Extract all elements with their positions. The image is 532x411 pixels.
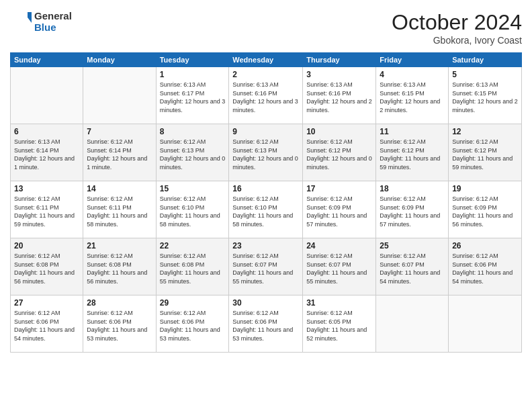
calendar-cell: 6Sunrise: 6:13 AM Sunset: 6:14 PM Daylig… <box>11 124 83 181</box>
cell-info-text: Sunrise: 6:12 AM Sunset: 6:08 PM Dayligh… <box>14 252 79 285</box>
calendar-cell: 31Sunrise: 6:12 AM Sunset: 6:05 PM Dayli… <box>303 295 376 353</box>
calendar-cell: 4Sunrise: 6:13 AM Sunset: 6:15 PM Daylig… <box>376 67 449 124</box>
calendar-cell: 13Sunrise: 6:12 AM Sunset: 6:11 PM Dayli… <box>11 181 83 238</box>
cell-info-text: Sunrise: 6:12 AM Sunset: 6:10 PM Dayligh… <box>232 195 299 228</box>
cell-day-number: 12 <box>452 127 518 136</box>
weekday-row: Sunday Monday Tuesday Wednesday Thursday… <box>11 53 522 67</box>
cell-info-text: Sunrise: 6:12 AM Sunset: 6:10 PM Dayligh… <box>160 195 226 228</box>
cell-day-number: 14 <box>87 184 152 193</box>
cell-day-number: 23 <box>232 241 299 250</box>
calendar-cell: 28Sunrise: 6:12 AM Sunset: 6:06 PM Dayli… <box>83 295 156 353</box>
cell-info-text: Sunrise: 6:12 AM Sunset: 6:09 PM Dayligh… <box>380 195 445 228</box>
cell-day-number: 29 <box>160 298 226 308</box>
cell-day-number: 27 <box>14 298 79 308</box>
cell-day-number: 1 <box>160 70 226 79</box>
calendar-cell: 9Sunrise: 6:12 AM Sunset: 6:13 PM Daylig… <box>229 124 303 181</box>
cell-info-text: Sunrise: 6:13 AM Sunset: 6:16 PM Dayligh… <box>306 81 372 114</box>
cell-day-number: 5 <box>452 70 518 79</box>
calendar-cell: 10Sunrise: 6:12 AM Sunset: 6:12 PM Dayli… <box>303 124 376 181</box>
calendar-cell: 26Sunrise: 6:12 AM Sunset: 6:06 PM Dayli… <box>449 238 522 295</box>
cell-info-text: Sunrise: 6:12 AM Sunset: 6:09 PM Dayligh… <box>306 195 372 228</box>
cell-day-number: 7 <box>87 127 152 136</box>
logo: General Blue <box>10 10 72 34</box>
cell-day-number: 16 <box>232 184 299 193</box>
calendar-cell <box>376 295 449 353</box>
cell-info-text: Sunrise: 6:13 AM Sunset: 6:15 PM Dayligh… <box>452 81 518 114</box>
cell-day-number: 9 <box>232 127 299 136</box>
cell-info-text: Sunrise: 6:12 AM Sunset: 6:08 PM Dayligh… <box>87 252 152 285</box>
cell-day-number: 11 <box>380 127 445 136</box>
cell-info-text: Sunrise: 6:12 AM Sunset: 6:12 PM Dayligh… <box>306 138 372 171</box>
header-sunday: Sunday <box>11 53 83 67</box>
cell-day-number: 18 <box>380 184 445 193</box>
calendar-cell: 8Sunrise: 6:12 AM Sunset: 6:13 PM Daylig… <box>156 124 229 181</box>
cell-day-number: 21 <box>87 241 152 250</box>
cell-info-text: Sunrise: 6:12 AM Sunset: 6:09 PM Dayligh… <box>452 195 518 228</box>
header-wednesday: Wednesday <box>229 53 303 67</box>
cell-info-text: Sunrise: 6:13 AM Sunset: 6:15 PM Dayligh… <box>380 81 445 114</box>
header: General Blue October 2024 Gbokora, Ivory… <box>10 10 522 46</box>
cell-info-text: Sunrise: 6:12 AM Sunset: 6:05 PM Dayligh… <box>306 309 372 342</box>
cell-info-text: Sunrise: 6:12 AM Sunset: 6:06 PM Dayligh… <box>87 309 152 342</box>
calendar-week-2: 6Sunrise: 6:13 AM Sunset: 6:14 PM Daylig… <box>11 124 522 181</box>
header-thursday: Thursday <box>303 53 376 67</box>
cell-info-text: Sunrise: 6:13 AM Sunset: 6:16 PM Dayligh… <box>232 81 299 114</box>
calendar-cell: 27Sunrise: 6:12 AM Sunset: 6:06 PM Dayli… <box>11 295 83 353</box>
cell-day-number: 20 <box>14 241 79 250</box>
header-saturday: Saturday <box>449 53 522 67</box>
calendar-cell <box>83 67 156 124</box>
cell-info-text: Sunrise: 6:12 AM Sunset: 6:08 PM Dayligh… <box>160 252 226 285</box>
cell-day-number: 22 <box>160 241 226 250</box>
calendar-cell: 29Sunrise: 6:12 AM Sunset: 6:06 PM Dayli… <box>156 295 229 353</box>
cell-info-text: Sunrise: 6:12 AM Sunset: 6:12 PM Dayligh… <box>452 138 518 171</box>
logo-text-general: General <box>34 10 72 21</box>
month-title: October 2024 <box>392 10 522 35</box>
header-friday: Friday <box>376 53 449 67</box>
cell-info-text: Sunrise: 6:12 AM Sunset: 6:06 PM Dayligh… <box>14 309 79 342</box>
cell-day-number: 10 <box>306 127 372 136</box>
cell-day-number: 24 <box>306 241 372 250</box>
calendar-week-3: 13Sunrise: 6:12 AM Sunset: 6:11 PM Dayli… <box>11 181 522 238</box>
calendar-cell: 15Sunrise: 6:12 AM Sunset: 6:10 PM Dayli… <box>156 181 229 238</box>
cell-day-number: 6 <box>14 127 79 136</box>
calendar-cell: 19Sunrise: 6:12 AM Sunset: 6:09 PM Dayli… <box>449 181 522 238</box>
cell-day-number: 28 <box>87 298 152 308</box>
cell-info-text: Sunrise: 6:12 AM Sunset: 6:13 PM Dayligh… <box>160 138 226 171</box>
cell-info-text: Sunrise: 6:12 AM Sunset: 6:06 PM Dayligh… <box>160 309 226 342</box>
cell-day-number: 2 <box>232 70 299 79</box>
cell-info-text: Sunrise: 6:13 AM Sunset: 6:17 PM Dayligh… <box>160 81 226 114</box>
cell-day-number: 8 <box>160 127 226 136</box>
cell-info-text: Sunrise: 6:12 AM Sunset: 6:07 PM Dayligh… <box>232 252 299 285</box>
calendar-cell <box>11 67 83 124</box>
cell-info-text: Sunrise: 6:13 AM Sunset: 6:14 PM Dayligh… <box>14 138 79 171</box>
calendar-cell: 7Sunrise: 6:12 AM Sunset: 6:14 PM Daylig… <box>83 124 156 181</box>
title-block: October 2024 Gbokora, Ivory Coast <box>392 10 522 46</box>
calendar-table: Sunday Monday Tuesday Wednesday Thursday… <box>10 52 522 353</box>
cell-day-number: 17 <box>306 184 372 193</box>
calendar-cell: 23Sunrise: 6:12 AM Sunset: 6:07 PM Dayli… <box>229 238 303 295</box>
cell-day-number: 13 <box>14 184 79 193</box>
calendar-cell: 18Sunrise: 6:12 AM Sunset: 6:09 PM Dayli… <box>376 181 449 238</box>
logo-icon <box>10 11 32 32</box>
calendar-week-1: 1Sunrise: 6:13 AM Sunset: 6:17 PM Daylig… <box>11 67 522 124</box>
calendar-cell: 22Sunrise: 6:12 AM Sunset: 6:08 PM Dayli… <box>156 238 229 295</box>
cell-info-text: Sunrise: 6:12 AM Sunset: 6:11 PM Dayligh… <box>14 195 79 228</box>
cell-day-number: 26 <box>452 241 518 250</box>
cell-info-text: Sunrise: 6:12 AM Sunset: 6:13 PM Dayligh… <box>232 138 299 171</box>
header-tuesday: Tuesday <box>156 53 229 67</box>
calendar-cell: 25Sunrise: 6:12 AM Sunset: 6:07 PM Dayli… <box>376 238 449 295</box>
calendar-cell: 16Sunrise: 6:12 AM Sunset: 6:10 PM Dayli… <box>229 181 303 238</box>
header-monday: Monday <box>83 53 156 67</box>
cell-info-text: Sunrise: 6:12 AM Sunset: 6:14 PM Dayligh… <box>87 138 152 171</box>
calendar-cell: 2Sunrise: 6:13 AM Sunset: 6:16 PM Daylig… <box>229 67 303 124</box>
cell-day-number: 19 <box>452 184 518 193</box>
page: General Blue October 2024 Gbokora, Ivory… <box>0 0 532 411</box>
calendar-cell: 24Sunrise: 6:12 AM Sunset: 6:07 PM Dayli… <box>303 238 376 295</box>
cell-day-number: 3 <box>306 70 372 79</box>
calendar-cell: 11Sunrise: 6:12 AM Sunset: 6:12 PM Dayli… <box>376 124 449 181</box>
cell-info-text: Sunrise: 6:12 AM Sunset: 6:07 PM Dayligh… <box>306 252 372 285</box>
calendar-week-5: 27Sunrise: 6:12 AM Sunset: 6:06 PM Dayli… <box>11 295 522 353</box>
calendar-header: Sunday Monday Tuesday Wednesday Thursday… <box>11 53 522 67</box>
calendar-cell: 3Sunrise: 6:13 AM Sunset: 6:16 PM Daylig… <box>303 67 376 124</box>
calendar-cell: 12Sunrise: 6:12 AM Sunset: 6:12 PM Dayli… <box>449 124 522 181</box>
